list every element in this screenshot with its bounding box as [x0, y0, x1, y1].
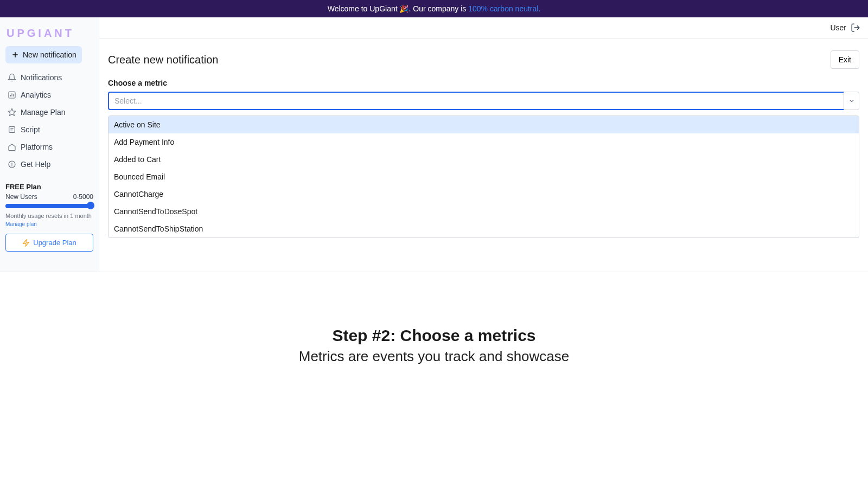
help-icon	[8, 160, 16, 169]
metric-select-toggle[interactable]	[844, 92, 859, 110]
sidebar-item-notifications[interactable]: Notifications	[5, 69, 93, 86]
tutorial-caption: Step #2: Choose a metrics Metrics are ev…	[0, 272, 868, 397]
plan-metric-range: 0-5000	[73, 193, 93, 201]
plan-metric-label: New Users	[5, 193, 37, 201]
slider-thumb[interactable]	[87, 202, 94, 209]
upgrade-plan-button[interactable]: Upgrade Plan	[5, 234, 93, 252]
plus-icon	[11, 50, 20, 59]
platforms-icon	[8, 143, 16, 151]
svg-rect-7	[9, 127, 15, 133]
page-title: Create new notification	[108, 54, 218, 66]
manage-plan-link[interactable]: Manage plan	[5, 221, 93, 227]
lightning-icon	[22, 239, 30, 247]
sidebar-item-analytics[interactable]: Analytics	[5, 86, 93, 104]
sidebar-item-get-help[interactable]: Get Help	[5, 156, 93, 173]
sidebar-item-manage-plan[interactable]: Manage Plan	[5, 104, 93, 121]
svg-marker-13	[23, 240, 29, 246]
metric-option[interactable]: Bounced Email	[108, 168, 859, 185]
star-icon	[8, 108, 16, 117]
user-label: User	[830, 23, 846, 32]
sidebar-item-platforms[interactable]: Platforms	[5, 138, 93, 156]
metric-option[interactable]: CannotSendToDoseSpot	[108, 203, 859, 220]
svg-marker-6	[8, 108, 15, 115]
metric-field-label: Choose a metric	[108, 79, 859, 87]
top-banner: Welcome to UpGiant 🎉. Our company is 100…	[0, 0, 868, 17]
tutorial-title: Step #2: Choose a metrics	[11, 326, 857, 345]
metric-option[interactable]: CannotCharge	[108, 185, 859, 203]
usage-slider[interactable]	[5, 204, 93, 208]
chart-icon	[8, 91, 16, 99]
banner-text: Welcome to UpGiant 🎉. Our company is	[328, 4, 469, 13]
plan-panel: FREE Plan New Users 0-5000 Monthly usage…	[5, 183, 93, 252]
tutorial-desc: Metrics are events you track and showcas…	[11, 348, 857, 365]
metric-option[interactable]: Added to Cart	[108, 151, 859, 168]
topbar: User	[99, 17, 868, 38]
new-notification-button[interactable]: New notification	[5, 46, 82, 63]
brand-logo: UPGIANT	[5, 23, 93, 46]
plan-title: FREE Plan	[5, 183, 93, 191]
metric-select-input[interactable]: Select...	[108, 92, 844, 110]
script-icon	[8, 125, 16, 134]
bell-icon	[8, 73, 16, 82]
metric-option[interactable]: CannotSendToShipStation	[108, 220, 859, 237]
metric-option[interactable]: Active on Site	[108, 116, 859, 133]
logout-icon[interactable]	[851, 23, 860, 33]
metric-dropdown[interactable]: Active on Site Add Payment Info Added to…	[108, 115, 859, 238]
banner-link[interactable]: 100% carbon neutral.	[468, 4, 540, 13]
sidebar: UPGIANT New notification Notifications A…	[0, 17, 99, 272]
main-area: User Create new notification Exit Choose…	[99, 17, 868, 272]
sidebar-item-script[interactable]: Script	[5, 121, 93, 138]
svg-point-12	[12, 166, 12, 166]
chevron-down-icon	[848, 97, 856, 105]
plan-reset-note: Monthly usage resets in 1 month	[5, 213, 93, 219]
exit-button[interactable]: Exit	[831, 50, 859, 69]
new-notification-label: New notification	[23, 50, 76, 59]
metric-option[interactable]: Add Payment Info	[108, 133, 859, 151]
